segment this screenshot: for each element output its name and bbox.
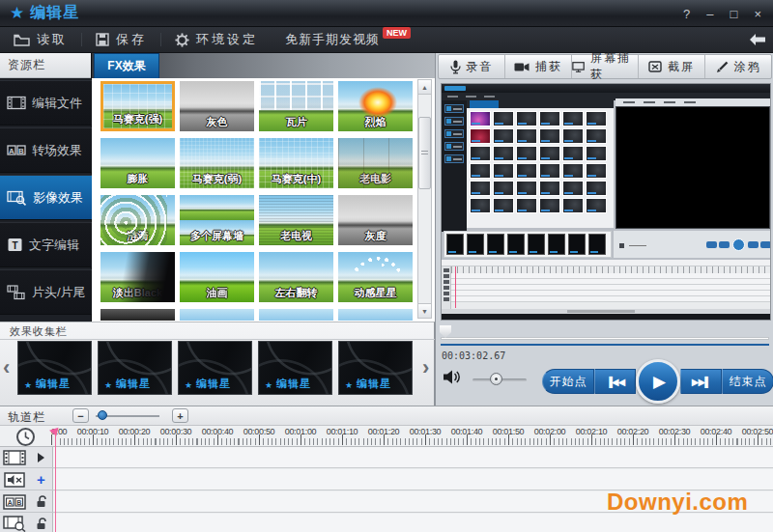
sidebar-item-video-effects[interactable]: 影像效果 — [0, 175, 92, 220]
record-audio-button[interactable]: 录音 — [439, 55, 505, 78]
collection-scroll-left-icon[interactable]: ‹ — [3, 357, 10, 378]
track-lane-2[interactable] — [53, 469, 773, 490]
effect-thumb-partial[interactable] — [100, 309, 175, 321]
effect-thumb-2[interactable]: 灰色 — [180, 81, 254, 131]
previous-button[interactable]: ▐◀◀ — [594, 369, 636, 394]
next-button[interactable]: ▶▶▌ — [680, 369, 722, 394]
collection-thumb-4[interactable]: ★编辑星 — [258, 341, 332, 395]
effect-thumb-1[interactable]: 马赛克(强) — [100, 81, 175, 131]
effect-thumb-partial[interactable] — [338, 309, 413, 321]
collection-thumb-5[interactable]: ★编辑星 — [338, 341, 413, 395]
effect-thumb-8[interactable]: 老电影 — [338, 138, 413, 188]
mini-grid-thumb — [562, 181, 584, 196]
ruler-label: 00:00:30 — [160, 427, 192, 436]
ruler-label: 00:02:30 — [659, 427, 691, 436]
open-button[interactable]: 读取 — [0, 27, 81, 52]
sidebar-item-transitions[interactable]: A B 转场效果 — [0, 127, 92, 173]
mini-thumb-mark — [518, 175, 527, 177]
volume-knob[interactable] — [490, 373, 502, 385]
minimize-button[interactable]: – — [706, 8, 713, 20]
collection-scroll-right-icon[interactable]: › — [422, 357, 429, 378]
maximize-button[interactable]: □ — [730, 8, 738, 20]
effect-thumb-partial[interactable] — [259, 309, 333, 321]
effect-thumb-9[interactable]: 涟漪 — [100, 195, 175, 245]
title-bar: ★ 编辑星 ? – □ × — [0, 0, 773, 27]
effect-label: 马赛克(强) — [103, 112, 172, 126]
seek-groove[interactable] — [441, 337, 769, 340]
tab-fx-effects[interactable]: FX效果 — [94, 53, 159, 78]
mini-track-icon — [444, 268, 449, 272]
track-lane-1[interactable] — [53, 447, 773, 468]
effect-label: 马赛克(弱) — [180, 172, 254, 186]
open-label: 读取 — [37, 31, 68, 48]
timeline-zoom-out-button[interactable]: − — [72, 408, 89, 423]
start-point-button[interactable]: 开始点 — [542, 369, 594, 394]
timeline-ruler[interactable]: 0:0000:00:1000:00:2000:00:3000:00:4000:0… — [0, 426, 773, 447]
playhead-line[interactable] — [55, 431, 56, 532]
sidebar-item-intro-outro[interactable]: 片头/片尾 — [0, 269, 92, 315]
svg-text:A: A — [9, 147, 14, 155]
lock-open-icon[interactable] — [36, 495, 47, 508]
scroll-up-button[interactable]: ▲ — [418, 80, 431, 95]
ruler-label: 00:00:20 — [119, 427, 151, 436]
end-point-button[interactable]: 结束点 — [722, 369, 773, 394]
effects-scrollbar[interactable]: ▲ ▼ — [417, 79, 432, 319]
mini-thumb-mark — [518, 123, 527, 125]
effect-thumb-11[interactable]: 老电视 — [259, 195, 333, 245]
timeline-zoom-knob[interactable] — [98, 410, 107, 420]
back-arrow-button[interactable] — [748, 32, 767, 47]
save-button[interactable]: 保存 — [82, 27, 160, 52]
star-icon: ★ — [265, 380, 272, 390]
add-track-icon[interactable]: + — [37, 472, 45, 487]
effect-thumb-14[interactable]: 油画 — [180, 252, 254, 302]
effect-thumb-5[interactable]: 膨胀 — [100, 138, 175, 188]
screen-capture-button[interactable]: 屏幕捕获 — [572, 55, 639, 78]
sidebar-item-text-edit[interactable]: T 文字编辑 — [0, 222, 92, 267]
help-button[interactable]: ? — [683, 8, 690, 20]
effect-thumb-15[interactable]: 左右翻转 — [259, 252, 333, 302]
effect-thumb-6[interactable]: 马赛克(弱) — [180, 138, 254, 188]
play-button[interactable]: ▶ — [636, 359, 680, 404]
mini-track-icon — [444, 297, 449, 301]
mini-thumb-mark — [495, 123, 503, 125]
effect-thumb-16[interactable]: 动感星星 — [338, 252, 413, 302]
capture-video-button[interactable]: 捕获 — [505, 55, 572, 78]
mini-grid-thumb — [562, 128, 584, 144]
expand-track-icon[interactable] — [38, 453, 44, 462]
ruler-label: 00:01:40 — [451, 427, 483, 436]
effect-thumb-partial[interactable] — [180, 309, 254, 321]
collection-thumb-2[interactable]: ★编辑星 — [98, 341, 172, 395]
mini-thumb-mark — [587, 123, 596, 125]
promo-button[interactable]: 免新手期发视频 NEW — [272, 27, 428, 52]
timeline-zoom-in-button[interactable]: + — [172, 408, 188, 423]
screenshot-button[interactable]: 截屏 — [639, 55, 705, 78]
volume-icon[interactable] — [444, 370, 461, 384]
effect-thumb-13[interactable]: 淡出Black — [100, 252, 175, 302]
track-row-effect[interactable] — [0, 514, 53, 532]
scroll-down-button[interactable]: ▼ — [418, 303, 431, 318]
close-button[interactable]: × — [754, 8, 761, 20]
sidebar-label: 文字编辑 — [29, 237, 79, 254]
lock-open-icon[interactable] — [36, 518, 47, 530]
doodle-button[interactable]: 涂鸦 — [705, 55, 771, 78]
track-row-audio[interactable]: + — [0, 469, 53, 490]
preview-screenshot — [441, 83, 771, 321]
settings-button[interactable]: 环境设定 — [161, 27, 272, 52]
track-row-video[interactable] — [0, 447, 53, 468]
mini-grid-thumb — [470, 128, 491, 144]
collection-thumb-3[interactable]: ★编辑星 — [178, 341, 252, 395]
effect-thumb-7[interactable]: 马赛克(中) — [259, 138, 333, 188]
effect-thumb-4[interactable]: 烈焰 — [338, 81, 413, 131]
effect-thumb-3[interactable]: 瓦片 — [259, 81, 333, 131]
track-row-transition[interactable]: A B — [0, 491, 53, 513]
track-lane-4[interactable] — [53, 514, 773, 532]
svg-text:B: B — [18, 147, 24, 155]
mini-grid-thumb — [470, 146, 491, 161]
effect-thumb-12[interactable]: 灰度 — [338, 195, 413, 245]
sidebar-item-edit-files[interactable]: 编辑文件 — [0, 80, 92, 126]
scrollbar-thumb[interactable] — [418, 117, 431, 189]
mini-icon — [446, 106, 451, 111]
capture-toolbar: 录音 捕获 屏幕捕获 — [438, 54, 772, 79]
collection-thumb-1[interactable]: ★编辑星 — [17, 341, 92, 395]
effect-thumb-10[interactable]: 多个屏幕墙 — [180, 195, 254, 245]
